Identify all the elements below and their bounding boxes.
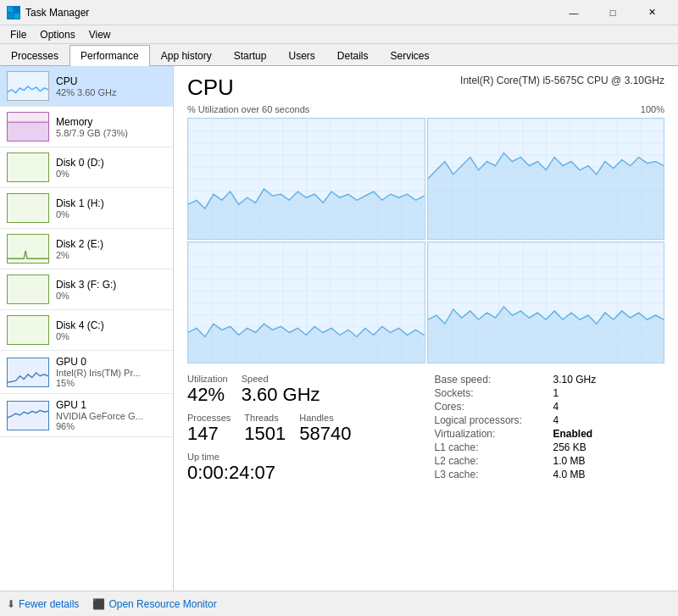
stat-utilization: Utilization 42%	[187, 374, 228, 406]
title-bar-title: Task Manager	[25, 7, 89, 19]
info-logical: Logical processors: 4	[435, 414, 665, 426]
svg-rect-6	[8, 194, 48, 222]
disk4-mini-graph	[7, 315, 49, 345]
disk0-sidebar-detail: 0%	[56, 169, 166, 179]
menu-file[interactable]: File	[3, 27, 33, 42]
menu-view[interactable]: View	[82, 27, 118, 42]
sidebar-item-disk3[interactable]: Disk 3 (F: G:) 0%	[0, 269, 173, 310]
cpu-core0-chart	[187, 118, 425, 240]
disk2-sidebar-detail: 2%	[56, 250, 166, 260]
gpu0-sidebar-name: GPU 0	[56, 356, 166, 368]
virt-val: Enabled	[553, 428, 593, 440]
gpu0-sidebar-usage: 15%	[56, 378, 166, 388]
title-bar-left: Task Manager	[7, 6, 89, 19]
tab-bar: Processes Performance App history Startu…	[0, 44, 678, 66]
disk4-sidebar-detail: 0%	[56, 331, 166, 341]
minimize-button[interactable]: —	[554, 0, 593, 25]
open-resource-monitor-label: Open Resource Monitor	[108, 598, 216, 610]
gpu1-mini-graph	[7, 401, 49, 430]
threads-label: Threads	[244, 413, 286, 423]
l1-val: 256 KB	[553, 441, 586, 453]
bottom-bar: ⬇ Fewer details ⬛ Open Resource Monitor	[0, 591, 678, 616]
disk4-sidebar-name: Disk 4 (C:)	[56, 319, 166, 331]
speed-label: Speed	[242, 374, 320, 384]
sidebar-item-memory[interactable]: Memory 5.8/7.9 GB (73%)	[0, 107, 173, 147]
app-icon	[7, 6, 20, 19]
gpu1-sidebar-usage: 96%	[56, 421, 166, 431]
cpu-sidebar-detail: 42% 3.60 GHz	[56, 87, 166, 97]
svg-rect-10	[8, 358, 48, 386]
info-sockets: Sockets: 1	[435, 387, 665, 399]
sidebar-item-disk2[interactable]: Disk 2 (E:) 2%	[0, 229, 173, 269]
memory-sidebar-detail: 5.8/7.9 GB (73%)	[56, 128, 166, 138]
l2-val: 1.0 MB	[553, 455, 586, 467]
base-speed-val: 3.10 GHz	[553, 374, 597, 386]
utilization-value: 42%	[187, 384, 228, 406]
svg-rect-11	[8, 402, 48, 430]
tab-details[interactable]: Details	[326, 45, 380, 66]
stats-right: Base speed: 3.10 GHz Sockets: 1 Cores: 4…	[435, 374, 665, 484]
stats-section: Utilization 42% Speed 3.60 GHz Processes…	[187, 374, 664, 484]
close-button[interactable]: ✕	[632, 0, 671, 25]
sidebar-item-gpu0[interactable]: GPU 0 Intel(R) Iris(TM) Pr... 15%	[0, 351, 173, 394]
info-l2: L2 cache: 1.0 MB	[435, 455, 665, 467]
main-content: CPU 42% 3.60 GHz Memory 5.8/7.9 GB (73%)	[0, 66, 678, 591]
stat-handles: Handles 58740	[299, 413, 351, 445]
cpu-core2-chart	[187, 241, 425, 363]
sidebar-item-cpu[interactable]: CPU 42% 3.60 GHz	[0, 66, 173, 107]
disk2-sidebar-name: Disk 2 (E:)	[56, 238, 166, 250]
logical-val: 4	[553, 414, 559, 426]
tab-startup[interactable]: Startup	[223, 45, 278, 66]
detail-panel: CPU Intel(R) Core(TM) i5-5675C CPU @ 3.1…	[174, 66, 678, 591]
logical-key: Logical processors:	[435, 414, 553, 426]
disk1-sidebar-info: Disk 1 (H:) 0%	[56, 197, 166, 219]
chart-label: % Utilization over 60 seconds	[187, 104, 309, 114]
base-speed-key: Base speed:	[435, 374, 553, 386]
fewer-details-link[interactable]: ⬇ Fewer details	[7, 598, 79, 610]
tab-users[interactable]: Users	[277, 45, 325, 66]
svg-rect-0	[8, 7, 13, 12]
tab-performance[interactable]: Performance	[69, 45, 150, 66]
disk4-sidebar-info: Disk 4 (C:) 0%	[56, 319, 166, 341]
tab-processes[interactable]: Processes	[0, 45, 69, 66]
open-resource-monitor-link[interactable]: ⬛ Open Resource Monitor	[92, 598, 216, 610]
cpu-core1-chart	[427, 118, 665, 240]
sidebar-item-disk0[interactable]: Disk 0 (D:) 0%	[0, 147, 173, 188]
tab-services[interactable]: Services	[380, 45, 441, 66]
stat-processes: Processes 147	[187, 413, 231, 445]
maximize-button[interactable]: □	[593, 0, 632, 25]
disk2-mini-graph	[7, 234, 49, 264]
disk3-mini-graph	[7, 275, 49, 304]
resource-monitor-icon: ⬛	[92, 598, 105, 610]
stat-threads: Threads 1501	[244, 413, 286, 445]
memory-mini-graph	[7, 112, 49, 142]
virt-key: Virtualization:	[435, 428, 553, 440]
processes-value: 147	[187, 423, 231, 445]
memory-sidebar-name: Memory	[56, 116, 166, 128]
l2-key: L2 cache:	[435, 455, 553, 467]
detail-title: CPU	[187, 75, 234, 101]
svg-rect-8	[8, 275, 48, 303]
title-bar-controls: — □ ✕	[554, 0, 671, 25]
cores-val: 4	[553, 401, 559, 413]
gpu1-sidebar-detail: NVIDIA GeForce G...	[56, 411, 166, 421]
sidebar: CPU 42% 3.60 GHz Memory 5.8/7.9 GB (73%)	[0, 66, 174, 591]
cpu-charts	[187, 118, 664, 363]
sidebar-item-gpu1[interactable]: GPU 1 NVIDIA GeForce G... 96%	[0, 394, 173, 437]
sidebar-item-disk1[interactable]: Disk 1 (H:) 0%	[0, 188, 173, 229]
disk1-sidebar-name: Disk 1 (H:)	[56, 197, 166, 209]
menu-options[interactable]: Options	[33, 27, 81, 42]
utilization-label: Utilization	[187, 374, 228, 384]
title-bar: Task Manager — □ ✕	[0, 0, 678, 25]
sidebar-item-disk4[interactable]: Disk 4 (C:) 0%	[0, 310, 173, 351]
stat-speed: Speed 3.60 GHz	[242, 374, 320, 406]
gpu1-sidebar-name: GPU 1	[56, 399, 166, 411]
uptime-value: 0:00:24:07	[187, 462, 418, 484]
processes-label: Processes	[187, 413, 231, 423]
info-l3: L3 cache: 4.0 MB	[435, 469, 665, 480]
fewer-details-label: Fewer details	[19, 598, 79, 610]
cpu-sidebar-name: CPU	[56, 75, 166, 87]
info-virt: Virtualization: Enabled	[435, 428, 665, 440]
disk2-sidebar-info: Disk 2 (E:) 2%	[56, 238, 166, 260]
tab-app-history[interactable]: App history	[150, 45, 223, 66]
